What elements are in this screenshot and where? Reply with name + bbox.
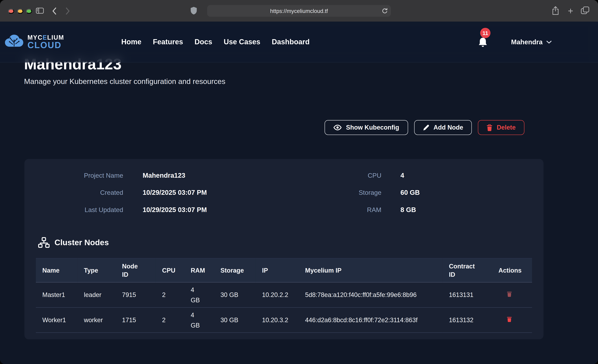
detail-value: Mahendra123 bbox=[123, 167, 266, 184]
delete-cluster-button[interactable]: Delete bbox=[478, 120, 524, 135]
col-type: Type bbox=[77, 258, 116, 282]
cell-contract-id: 1613131 bbox=[442, 282, 492, 308]
cell-node-id: 1715 bbox=[116, 307, 156, 333]
table-row: Master1leader791524 GB30 GB10.20.2.25d8:… bbox=[36, 282, 532, 308]
cluster-nodes-table: Name Type Node ID CPU RAM Storage IP Myc… bbox=[36, 258, 532, 333]
trash-icon bbox=[507, 316, 512, 322]
nav-item-docs[interactable]: Docs bbox=[195, 38, 212, 46]
cell-name: Worker1 bbox=[36, 307, 77, 333]
show-kubeconfig-label: Show Kubeconfig bbox=[346, 124, 399, 131]
browser-window: Mahendra123 Manage your Kubernetes clust… bbox=[0, 0, 598, 364]
col-actions: Actions bbox=[492, 258, 532, 282]
cell-ram: 4 GB bbox=[184, 282, 214, 308]
nav-item-use-cases[interactable]: Use Cases bbox=[224, 38, 260, 46]
col-contract-id: Contract ID bbox=[442, 258, 492, 282]
cell-ip: 10.20.3.2 bbox=[256, 307, 299, 333]
cell-contract-id: 1613132 bbox=[442, 307, 492, 333]
col-cpu: CPU bbox=[156, 258, 184, 282]
col-name: Name bbox=[36, 258, 77, 282]
nav-item-features[interactable]: Features bbox=[153, 38, 183, 46]
reload-button[interactable] bbox=[382, 8, 388, 14]
notification-badge: 11 bbox=[480, 28, 490, 38]
user-menu-button[interactable]: Mahendra bbox=[511, 22, 552, 62]
logo-text: MYCELIUM CLOUD bbox=[27, 34, 64, 50]
cell-cpu: 2 bbox=[156, 307, 184, 333]
close-window-button[interactable] bbox=[8, 9, 14, 14]
pencil-icon bbox=[423, 124, 429, 131]
new-tab-button[interactable]: + bbox=[566, 7, 575, 15]
nav-item-dashboard[interactable]: Dashboard bbox=[272, 38, 309, 46]
add-node-button[interactable]: Add Node bbox=[414, 120, 472, 135]
notifications-button[interactable]: 11 bbox=[478, 37, 488, 48]
cell-storage: 30 GB bbox=[214, 282, 255, 308]
detail-value: 60 GB bbox=[382, 184, 544, 201]
plus-icon: + bbox=[568, 7, 573, 15]
col-node-id: Node ID bbox=[116, 258, 156, 282]
detail-label: Project Name bbox=[25, 167, 123, 184]
add-node-label: Add Node bbox=[433, 124, 463, 131]
cell-node-id: 7915 bbox=[116, 282, 156, 308]
bell-icon bbox=[478, 37, 488, 48]
cell-ip: 10.20.2.2 bbox=[256, 282, 299, 308]
detail-label: Last Updated bbox=[25, 201, 123, 218]
cluster-details-grid: Project Name Mahendra123 CPU 4 Created 1… bbox=[25, 159, 543, 218]
detail-value: 4 bbox=[382, 167, 544, 184]
col-ip: IP bbox=[256, 258, 299, 282]
nav-item-home[interactable]: Home bbox=[121, 38, 141, 46]
detail-label: Created bbox=[25, 184, 123, 201]
detail-value: 10/29/2025 03:07 PM bbox=[123, 201, 266, 218]
back-button[interactable] bbox=[52, 7, 57, 15]
detail-label: Storage bbox=[266, 184, 382, 201]
cluster-nodes-heading: Cluster Nodes bbox=[38, 237, 544, 248]
minimize-window-button[interactable] bbox=[17, 9, 23, 14]
delete-label: Delete bbox=[497, 124, 516, 131]
trash-icon bbox=[507, 291, 512, 297]
cluster-actions-row: Show Kubeconfig Add Node bbox=[24, 120, 524, 135]
user-name: Mahendra bbox=[511, 38, 543, 46]
delete-node-button[interactable] bbox=[507, 291, 512, 297]
page-background: Mahendra123 Manage your Kubernetes clust… bbox=[0, 22, 598, 364]
privacy-shield-icon[interactable] bbox=[191, 7, 197, 14]
share-button[interactable] bbox=[552, 6, 559, 15]
cloud-logo-icon bbox=[4, 33, 25, 51]
url-text: https://myceliumcloud.tf bbox=[270, 8, 328, 14]
tab-overview-button[interactable] bbox=[581, 7, 589, 14]
show-kubeconfig-button[interactable]: Show Kubeconfig bbox=[325, 120, 408, 135]
col-mycelium-ip: Mycelium IP bbox=[299, 258, 442, 282]
cell-actions bbox=[492, 307, 532, 333]
traffic-lights bbox=[8, 9, 32, 14]
table-row: Worker1worker171524 GB30 GB10.20.3.2446:… bbox=[36, 307, 532, 333]
forward-button[interactable] bbox=[66, 7, 70, 15]
chevron-down-icon bbox=[546, 40, 552, 44]
zoom-window-button[interactable] bbox=[26, 9, 32, 14]
cluster-nodes-title: Cluster Nodes bbox=[55, 238, 109, 247]
cell-storage: 30 GB bbox=[214, 307, 255, 333]
sidebar-toggle-button[interactable] bbox=[36, 8, 44, 14]
detail-label: CPU bbox=[266, 167, 382, 184]
delete-node-button[interactable] bbox=[507, 316, 512, 322]
trash-icon bbox=[487, 124, 492, 131]
cell-mycelium-ip: 446:d2a6:8bcd:8c16:ff0f:72e2:3114:863f bbox=[299, 307, 442, 333]
cell-name: Master1 bbox=[36, 282, 77, 308]
cell-cpu: 2 bbox=[156, 282, 184, 308]
detail-label: RAM bbox=[266, 201, 382, 218]
page-subtitle: Manage your Kubernetes cluster configura… bbox=[24, 77, 598, 86]
col-storage: Storage bbox=[214, 258, 255, 282]
cell-type: leader bbox=[77, 282, 116, 308]
cluster-details-card: Project Name Mahendra123 CPU 4 Created 1… bbox=[25, 159, 543, 339]
address-bar[interactable]: https://myceliumcloud.tf bbox=[207, 5, 391, 17]
nav-links: Home Features Docs Use Cases Dashboard bbox=[121, 22, 310, 62]
detail-value: 10/29/2025 03:07 PM bbox=[123, 184, 266, 201]
logo[interactable]: MYCELIUM CLOUD bbox=[4, 22, 64, 62]
cell-ram: 4 GB bbox=[184, 307, 214, 333]
cell-type: worker bbox=[77, 307, 116, 333]
cell-mycelium-ip: 5d8:78ea:a120:f40c:ff0f:a5fe:99e6:8b96 bbox=[299, 282, 442, 308]
browser-toolbar: https://myceliumcloud.tf + bbox=[0, 0, 598, 22]
network-icon bbox=[38, 237, 50, 248]
col-ram: RAM bbox=[184, 258, 214, 282]
cluster-nodes-table-body: Master1leader791524 GB30 GB10.20.2.25d8:… bbox=[36, 282, 532, 333]
eye-icon bbox=[333, 124, 342, 130]
site-navbar: MYCELIUM CLOUD Home Features Docs Use Ca… bbox=[0, 22, 598, 63]
table-header-row: Name Type Node ID CPU RAM Storage IP Myc… bbox=[36, 258, 532, 282]
detail-value: 8 GB bbox=[382, 201, 544, 218]
